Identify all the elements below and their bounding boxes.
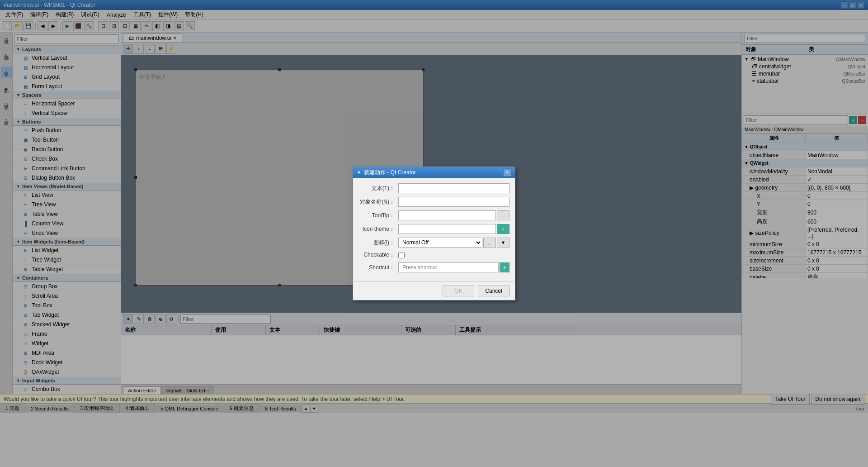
modal-tooltip-row: ToolTip： ... <box>359 210 509 220</box>
modal-shortcut-field: + <box>398 262 509 272</box>
modal-icontheme-row: Icon theme： + <box>359 224 509 234</box>
modal-icon-clear[interactable]: ▼ <box>497 238 509 248</box>
modal-title-bar: ✦ 新建动作 - Qt Creator × <box>353 167 515 178</box>
modal-tooltip-field: ... <box>398 210 509 220</box>
modal-objectname-input[interactable] <box>398 197 509 207</box>
modal-checkable-label: Checkable： <box>359 251 395 259</box>
modal-icontheme-field: + <box>398 224 509 234</box>
modal-text-input[interactable] <box>398 183 509 193</box>
modal-close-button[interactable]: × <box>503 168 511 176</box>
modal-icontheme-browse[interactable]: + <box>497 224 509 234</box>
modal-checkable-checkbox[interactable] <box>398 252 405 258</box>
modal-tooltip-browse[interactable]: ... <box>497 210 509 220</box>
modal-icontheme-input[interactable] <box>398 224 496 234</box>
modal-footer: OK Cancel <box>353 281 515 300</box>
modal-text-label: 文本(T)： <box>359 185 395 192</box>
modal-icon-row: 图标(I)： Normal Off Normal On Disabled Off… <box>359 238 509 248</box>
modal-icontheme-label: Icon theme： <box>359 225 395 233</box>
modal-ok-button[interactable]: OK <box>443 286 474 296</box>
modal-text-row: 文本(T)： <box>359 183 509 193</box>
modal-objectname-row: 对象名称(N)： <box>359 197 509 207</box>
modal-icon-field: Normal Off Normal On Disabled Off ... ▼ <box>398 238 509 248</box>
modal-shortcut-label: Shortcut： <box>359 264 395 272</box>
modal-tooltip-label: ToolTip： <box>359 212 395 219</box>
modal-body: 文本(T)： 对象名称(N)： ToolTip： ... Icon theme： <box>353 178 515 281</box>
modal-shortcut-clear[interactable]: + <box>500 262 509 272</box>
modal-cancel-button[interactable]: Cancel <box>478 286 509 296</box>
modal-objectname-label: 对象名称(N)： <box>359 198 395 206</box>
modal-shortcut-row: Shortcut： + <box>359 262 509 272</box>
modal-icon-label: 图标(I)： <box>359 239 395 247</box>
modal-title-text: 新建动作 - Qt Creator <box>364 169 416 176</box>
modal-icon-select[interactable]: Normal Off Normal On Disabled Off <box>398 238 482 248</box>
modal-title-icon: ✦ <box>357 169 361 176</box>
modal-icon-browse[interactable]: ... <box>483 238 496 248</box>
modal-overlay: ✦ 新建动作 - Qt Creator × 文本(T)： 对象名称(N)： To… <box>0 0 868 467</box>
modal-tooltip-input[interactable] <box>398 210 496 220</box>
modal-shortcut-input[interactable] <box>398 262 499 272</box>
modal-checkable-row: Checkable： <box>359 251 509 259</box>
new-action-dialog: ✦ 新建动作 - Qt Creator × 文本(T)： 对象名称(N)： To… <box>353 167 515 300</box>
